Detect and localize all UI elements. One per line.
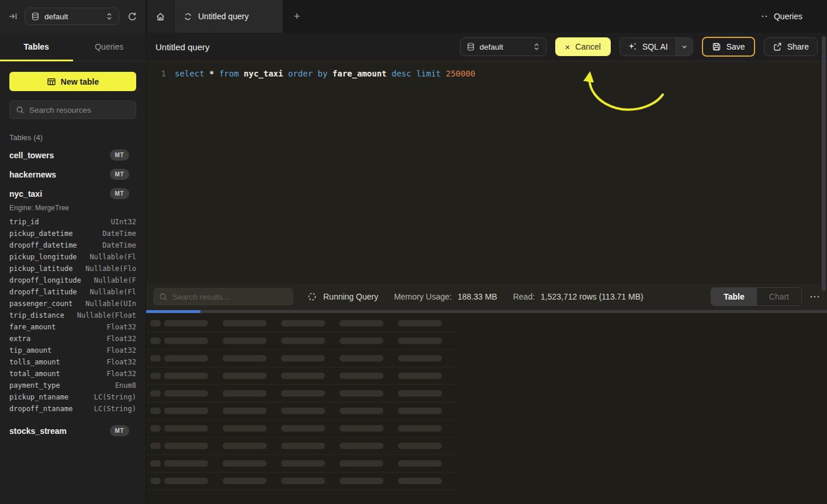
- cancel-button[interactable]: × Cancel: [555, 37, 611, 56]
- sql-ai-dropdown[interactable]: [676, 38, 693, 55]
- sql-editor[interactable]: 1 select * from nyc_taxi order by fare_a…: [146, 61, 827, 283]
- view-toggle-table[interactable]: Table: [711, 288, 757, 305]
- skeleton-cell: [223, 373, 267, 379]
- read-label: Read:: [513, 292, 535, 301]
- skeleton-cell: [164, 443, 208, 449]
- tab-strip: Untitled query +: [146, 0, 761, 33]
- queries-icon: [761, 13, 769, 19]
- skeleton-cell: [398, 320, 442, 326]
- skeleton-cell: [281, 338, 325, 344]
- skeleton-cell: [223, 408, 267, 414]
- save-label: Save: [726, 42, 745, 51]
- database-selector[interactable]: default: [25, 8, 119, 25]
- sql-code-line: select * from nyc_taxi order by fare_amo…: [175, 69, 475, 283]
- home-tab[interactable]: [147, 0, 174, 33]
- engine-badge: MT: [110, 150, 129, 161]
- new-tab-button[interactable]: +: [283, 0, 311, 33]
- sidebar-tab-tables[interactable]: Tables: [0, 33, 73, 61]
- engine-label: Engine: MergeTree: [9, 204, 136, 212]
- new-table-button[interactable]: New table: [9, 72, 136, 91]
- collapse-sidebar-icon[interactable]: [8, 12, 18, 21]
- results-grid: [146, 313, 827, 504]
- resource-search-input[interactable]: [29, 106, 133, 114]
- skeleton-cell: [340, 338, 383, 344]
- column-name: fare_amount: [9, 323, 56, 331]
- engine-badge: MT: [110, 188, 129, 199]
- body: Tables Queries New table: [0, 33, 827, 504]
- skeleton-cell: [340, 355, 383, 362]
- table-item-hackernews[interactable]: hackernewsMT: [9, 165, 136, 184]
- column-type: UInt32: [111, 218, 136, 226]
- column-list: trip_idUInt32pickup_datetimeDateTimedrop…: [9, 218, 136, 416]
- engine-badge: MT: [110, 169, 129, 180]
- skeleton-cell: [281, 355, 325, 362]
- table-item-cell_towers[interactable]: cell_towersMT: [9, 145, 136, 165]
- skeleton-row: [146, 350, 458, 367]
- skeleton-cell: [398, 478, 442, 484]
- sidebar-tab-queries[interactable]: Queries: [73, 33, 146, 61]
- sql-ai-button[interactable]: SQL AI: [620, 37, 693, 56]
- sidebar-tab-queries-label: Queries: [95, 42, 123, 51]
- queries-link[interactable]: Queries: [774, 12, 802, 21]
- table-item-stocks_stream[interactable]: stocks_streamMT: [9, 421, 136, 440]
- skeleton-cell: [164, 355, 208, 362]
- column-row: trip_idUInt32: [9, 218, 136, 230]
- column-type: Float32: [106, 346, 136, 354]
- skeleton-cell: [281, 408, 325, 414]
- line-number: 1: [146, 69, 166, 283]
- tab-untitled-query[interactable]: Untitled query: [174, 0, 283, 33]
- skeleton-cell: [164, 320, 208, 326]
- column-name: dropoff_latitude: [9, 288, 77, 296]
- column-type: Nullable(Float: [77, 311, 136, 319]
- vertical-scrollbar[interactable]: [822, 36, 826, 291]
- column-row: fare_amountFloat32: [9, 323, 136, 335]
- column-name: passenger_count: [9, 300, 72, 308]
- column-type: LC(String): [94, 393, 136, 401]
- share-icon: [773, 42, 782, 51]
- table-grid-icon: [47, 77, 56, 86]
- table-item-nyc_taxi[interactable]: nyc_taxiMT: [9, 184, 136, 203]
- sidebar-content: New table Tables (4) cell_towersMThacker…: [0, 61, 146, 440]
- skeleton-cell: [223, 320, 267, 326]
- new-table-label: New table: [61, 77, 99, 86]
- view-toggle-chart[interactable]: Chart: [757, 288, 801, 305]
- skeleton-cell: [150, 460, 161, 467]
- share-button[interactable]: Share: [764, 37, 818, 56]
- skeleton-cell: [164, 373, 208, 379]
- column-row: dropoff_latitudeNullable(Fl: [9, 288, 136, 300]
- sql-ai-main[interactable]: SQL AI: [620, 38, 676, 55]
- query-database-selector[interactable]: default: [460, 37, 546, 56]
- view-table-label: Table: [724, 292, 745, 301]
- column-name: dropoff_datetime: [9, 241, 77, 249]
- table-name: cell_towers: [9, 151, 54, 160]
- column-name: tip_amount: [9, 346, 51, 354]
- column-row: dropoff_longitudeNullable(F: [9, 276, 136, 288]
- column-name: payment_type: [9, 381, 60, 390]
- sidebar: Tables Queries New table: [0, 33, 146, 504]
- skeleton-cell: [164, 338, 208, 344]
- sql-token: [441, 69, 445, 78]
- column-row: total_amountFloat32: [9, 370, 136, 381]
- query-database-value: default: [480, 43, 528, 51]
- skeleton-cell: [150, 355, 161, 362]
- query-progress-fill: [146, 310, 200, 313]
- skeleton-cell: [398, 408, 442, 414]
- home-icon: [155, 12, 165, 22]
- save-button[interactable]: Save: [702, 37, 755, 57]
- refresh-icon[interactable]: [127, 12, 137, 22]
- sql-token: [411, 69, 416, 78]
- column-row: dropoff_ntanameLC(String): [9, 405, 136, 416]
- column-row: extraFloat32: [9, 335, 136, 346]
- skeleton-cell: [223, 338, 267, 344]
- results-search-input[interactable]: [172, 293, 288, 301]
- sql-token: [387, 69, 392, 78]
- database-icon: [466, 42, 475, 51]
- column-name: tolls_amount: [9, 358, 60, 366]
- skeleton-cell: [281, 425, 325, 432]
- skeleton-cell: [281, 460, 325, 467]
- topbar-right: Queries: [761, 0, 827, 33]
- skeleton-row: [146, 455, 458, 472]
- more-options-icon[interactable]: ⋯: [809, 294, 820, 300]
- column-type: Nullable(Fl: [90, 253, 136, 261]
- sql-token: [283, 69, 288, 78]
